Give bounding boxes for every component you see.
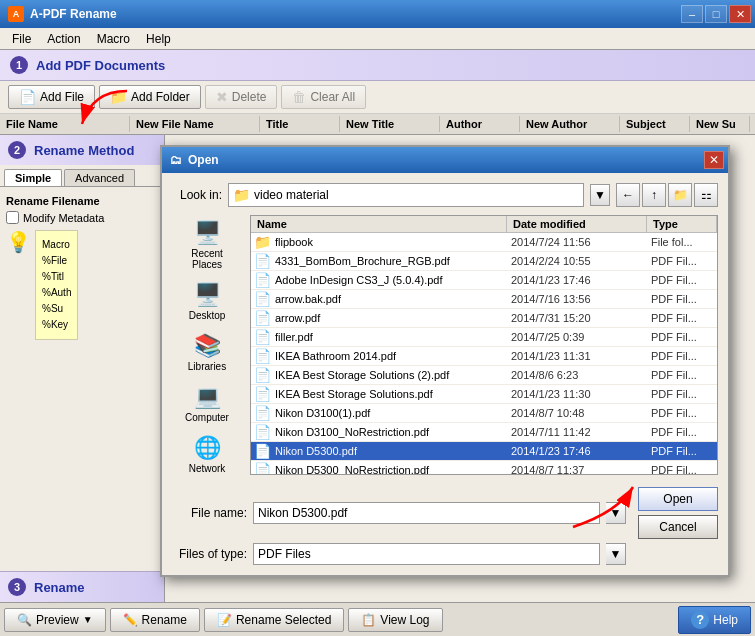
file-icon: 📄 <box>251 367 271 383</box>
file-browser: 🖥️ Recent Places 🖥️ Desktop 📚 Libraries … <box>172 215 718 479</box>
dialog-close-button[interactable]: ✕ <box>704 151 724 169</box>
look-in-value: video material <box>254 188 579 202</box>
place-recent[interactable]: 🖥️ Recent Places <box>175 215 239 275</box>
delete-button[interactable]: ✖ Delete <box>205 85 278 109</box>
menu-macro[interactable]: Macro <box>89 30 138 48</box>
file-icon: 📄 <box>251 253 271 269</box>
close-button[interactable]: ✕ <box>729 5 751 23</box>
file-rows: 📁flipbook2014/7/24 11:56File fol...📄4331… <box>251 233 717 475</box>
maximize-button[interactable]: □ <box>705 5 727 23</box>
file-row[interactable]: 📄Nikon D5300_NoRestriction.pdf2014/8/7 1… <box>251 461 717 475</box>
col-type-header[interactable]: Type <box>647 216 717 232</box>
view-button[interactable]: ⚏ <box>694 183 718 207</box>
file-list-header: Name Date modified Type <box>251 216 717 233</box>
delete-label: Delete <box>232 90 267 104</box>
files-of-type-input[interactable] <box>253 543 600 565</box>
table-header: File Name New File Name Title New Title … <box>0 114 755 135</box>
file-row[interactable]: 📄Nikon D5300.pdf2014/1/23 17:46PDF Fil..… <box>251 442 717 461</box>
file-list-wrapper: Name Date modified Type 📁flipbook2014/7/… <box>250 215 718 479</box>
cancel-button[interactable]: Cancel <box>638 515 718 539</box>
file-name-dropdown[interactable]: ▼ <box>606 502 626 524</box>
clear-all-button[interactable]: 🗑 Clear All <box>281 85 366 109</box>
menu-action[interactable]: Action <box>39 30 88 48</box>
look-in-select[interactable]: 📁 video material <box>228 183 584 207</box>
left-panel: 2 Rename Method Simple Advanced Rename F… <box>0 135 165 602</box>
place-libraries[interactable]: 📚 Libraries <box>175 328 239 377</box>
file-icon: 📄 <box>251 310 271 326</box>
file-icon: 📄 <box>251 405 271 421</box>
file-icon: 📁 <box>251 234 271 250</box>
step3-number: 3 <box>8 578 26 596</box>
recent-label: Recent Places <box>180 248 234 270</box>
preview-icon: 🔍 <box>17 613 32 627</box>
place-network[interactable]: 🌐 Network <box>175 430 239 479</box>
add-folder-button[interactable]: 📁 Add Folder <box>99 85 201 109</box>
tab-simple[interactable]: Simple <box>4 169 62 186</box>
file-row[interactable]: 📄IKEA Best Storage Solutions (2).pdf2014… <box>251 366 717 385</box>
col-date-header[interactable]: Date modified <box>507 216 647 232</box>
file-row[interactable]: 📄filler.pdf2014/7/25 0:39PDF Fil... <box>251 328 717 347</box>
rename-label: Rename <box>142 613 187 627</box>
file-row[interactable]: 📄arrow.pdf2014/7/31 15:20PDF Fil... <box>251 309 717 328</box>
file-row[interactable]: 📄4331_BomBom_Brochure_RGB.pdf2014/2/24 1… <box>251 252 717 271</box>
rename-button[interactable]: ✏️ Rename <box>110 608 200 632</box>
file-type-cell: PDF Fil... <box>647 425 717 439</box>
recent-icon: 🖥️ <box>194 220 221 246</box>
help-button[interactable]: ? Help <box>678 606 751 634</box>
file-date-cell: 2014/7/16 13:56 <box>507 292 647 306</box>
add-file-button[interactable]: 📄 Add File <box>8 85 95 109</box>
file-type-cell: PDF Fil... <box>647 292 717 306</box>
file-type-cell: PDF Fil... <box>647 368 717 382</box>
look-in-row: Look in: 📁 video material ▼ ← ↑ 📁 ⚏ <box>172 183 718 207</box>
file-row[interactable]: 📄Nikon D3100(1).pdf2014/8/7 10:48PDF Fil… <box>251 404 717 423</box>
look-in-label: Look in: <box>172 188 222 202</box>
file-date-cell: 2014/7/24 11:56 <box>507 235 647 249</box>
files-of-type-dropdown[interactable]: ▼ <box>606 543 626 565</box>
file-name-cell: flipbook <box>271 235 507 249</box>
up-button[interactable]: ↑ <box>642 183 666 207</box>
menu-help[interactable]: Help <box>138 30 179 48</box>
modify-metadata-checkbox[interactable] <box>6 211 19 224</box>
rename-selected-button[interactable]: 📝 Rename Selected <box>204 608 344 632</box>
tab-advanced[interactable]: Advanced <box>64 169 135 186</box>
lightbulb-icon: 💡 <box>6 230 31 340</box>
clear-all-icon: 🗑 <box>292 89 306 105</box>
file-name-cell: Adobe InDesign CS3_J (5.0.4).pdf <box>271 273 507 287</box>
file-name-cell: Nikon D5300_NoRestriction.pdf <box>271 463 507 475</box>
place-desktop[interactable]: 🖥️ Desktop <box>175 277 239 326</box>
file-date-cell: 2014/7/31 15:20 <box>507 311 647 325</box>
open-button[interactable]: Open <box>638 487 718 511</box>
add-folder-icon: 📁 <box>110 89 127 105</box>
rename-selected-label: Rename Selected <box>236 613 331 627</box>
dialog-action-buttons: Open Cancel <box>638 487 718 539</box>
view-log-button[interactable]: 📋 View Log <box>348 608 442 632</box>
look-in-dropdown-button[interactable]: ▼ <box>590 184 610 206</box>
file-date-cell: 2014/7/25 0:39 <box>507 330 647 344</box>
file-icon: 📄 <box>251 424 271 440</box>
desktop-label: Desktop <box>189 310 226 321</box>
minimize-button[interactable]: – <box>681 5 703 23</box>
file-row[interactable]: 📄IKEA Best Storage Solutions.pdf2014/1/2… <box>251 385 717 404</box>
places-panel: 🖥️ Recent Places 🖥️ Desktop 📚 Libraries … <box>172 215 242 479</box>
file-type-cell: PDF Fil... <box>647 254 717 268</box>
col-new-subject: New Su <box>690 116 750 132</box>
file-date-cell: 2014/8/7 11:37 <box>507 463 647 475</box>
menu-file[interactable]: File <box>4 30 39 48</box>
file-icon: 📄 <box>251 291 271 307</box>
file-list-container[interactable]: Name Date modified Type 📁flipbook2014/7/… <box>250 215 718 475</box>
back-button[interactable]: ← <box>616 183 640 207</box>
file-row[interactable]: 📁flipbook2014/7/24 11:56File fol... <box>251 233 717 252</box>
file-row[interactable]: 📄IKEA Bathroom 2014.pdf2014/1/23 11:31PD… <box>251 347 717 366</box>
file-name-input[interactable] <box>253 502 600 524</box>
step1-number: 1 <box>10 56 28 74</box>
preview-button[interactable]: 🔍 Preview ▼ <box>4 608 106 632</box>
file-row[interactable]: 📄Adobe InDesign CS3_J (5.0.4).pdf2014/1/… <box>251 271 717 290</box>
step2-header: 2 Rename Method <box>0 135 164 165</box>
file-row[interactable]: 📄arrow.bak.pdf2014/7/16 13:56PDF Fil... <box>251 290 717 309</box>
delete-icon: ✖ <box>216 89 228 105</box>
new-folder-button[interactable]: 📁 <box>668 183 692 207</box>
col-name-header[interactable]: Name <box>251 216 507 232</box>
rename-tabs: Simple Advanced <box>0 165 164 187</box>
place-computer[interactable]: 💻 Computer <box>175 379 239 428</box>
file-row[interactable]: 📄Nikon D3100_NoRestriction.pdf2014/7/11 … <box>251 423 717 442</box>
